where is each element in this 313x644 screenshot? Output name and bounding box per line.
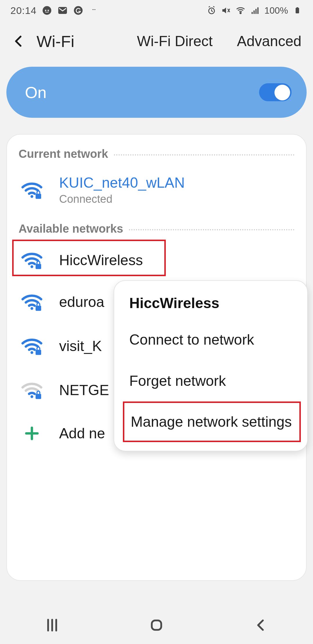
svg-point-22 [30,351,33,354]
svg-point-16 [30,195,33,198]
system-nav-bar [0,606,313,644]
current-network-label: Current network [19,147,108,160]
mute-icon [221,5,231,16]
battery-icon [292,5,303,16]
wifi-toggle-label: On [25,83,47,102]
popup-connect[interactable]: Connect to network [114,319,307,360]
more-icon [89,5,99,16]
wifi-lock-icon [19,251,45,269]
status-bar: 20:14 100% [0,0,313,21]
popup-title: HiccWireless [114,290,307,319]
svg-rect-21 [36,306,41,311]
current-network-header: Current network [7,147,306,166]
switch-thumb [274,85,290,100]
page-title: Wi-Fi [37,32,74,51]
current-network-status: Connected [59,193,185,205]
wifi-lock-icon [19,181,45,199]
svg-point-5 [92,9,93,10]
svg-point-4 [74,6,83,15]
svg-rect-11 [254,10,255,14]
wifi-lock-weak-icon [19,381,45,399]
svg-point-6 [94,9,94,10]
wifi-switch[interactable] [259,83,292,101]
svg-rect-13 [257,7,259,14]
network-name: eduroa [59,294,104,310]
divider-dotted [129,229,294,230]
svg-point-7 [95,9,96,10]
svg-rect-12 [255,9,256,14]
status-left: 20:14 [10,5,99,16]
network-row-hiccwireless[interactable]: HiccWireless [7,240,306,280]
battery-text: 100% [264,5,288,16]
svg-point-24 [30,395,33,398]
svg-rect-15 [296,7,298,8]
available-networks-label: Available networks [19,222,123,235]
plus-icon [19,425,45,442]
mail-icon [57,5,68,16]
svg-rect-23 [36,350,41,355]
advanced-action[interactable]: Advanced [237,33,301,50]
nav-recents[interactable] [41,614,64,637]
svg-point-0 [43,6,51,15]
network-name: visit_K [59,338,102,354]
nav-back[interactable] [249,614,272,637]
nav-home[interactable] [145,614,168,637]
svg-point-1 [45,10,46,11]
svg-rect-14 [296,8,299,13]
alarm-icon [206,5,217,16]
wifi-status-icon [235,5,246,16]
wifi-toggle-pill[interactable]: On [6,67,307,118]
network-name: NETGE [59,382,109,399]
svg-rect-31 [152,621,161,630]
wifi-lock-icon [19,293,45,311]
svg-rect-25 [36,394,41,399]
divider-dotted [114,154,294,155]
current-network-row[interactable]: KUIC_net40_wLAN Connected [7,166,306,214]
add-network-label: Add ne [59,425,105,442]
available-networks-header: Available networks [7,222,306,240]
status-right: 100% [206,5,303,16]
popup-manage-settings[interactable]: Manage network settings [123,401,301,442]
reddit-icon [42,5,52,16]
svg-rect-17 [36,193,41,199]
signal-icon [250,5,260,16]
wifi-lock-icon [19,337,45,355]
svg-point-2 [48,10,49,11]
network-context-popup: HiccWireless Connect to network Forget n… [114,280,308,451]
svg-point-9 [240,12,241,14]
wifi-direct-action[interactable]: Wi-Fi Direct [137,33,213,50]
network-name: HiccWireless [59,252,143,269]
back-button[interactable] [12,34,26,48]
svg-point-20 [30,307,33,310]
grammarly-icon [73,5,83,16]
svg-point-18 [30,265,33,268]
popup-forget[interactable]: Forget network [114,360,307,401]
svg-rect-19 [36,264,41,269]
svg-rect-10 [252,12,253,14]
current-network-name: KUIC_net40_wLAN [59,174,185,191]
status-time: 20:14 [10,5,37,16]
header: Wi-Fi Wi-Fi Direct Advanced [0,21,313,61]
